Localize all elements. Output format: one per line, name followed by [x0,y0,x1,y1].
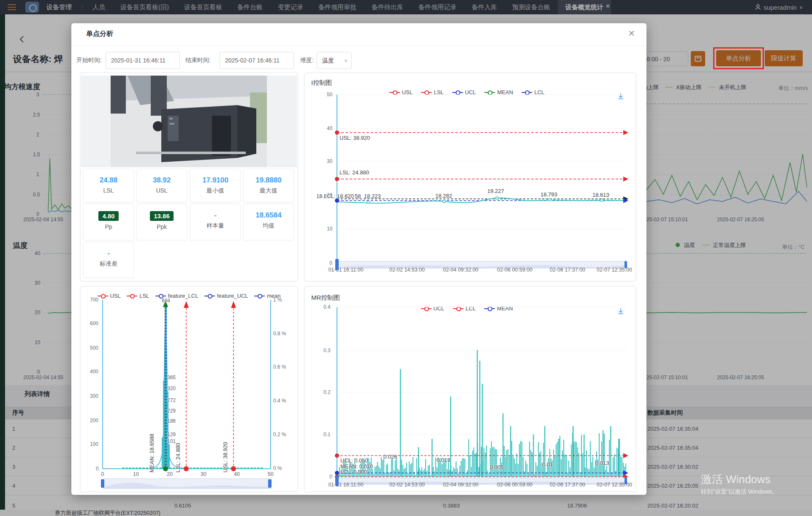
datazoom-left-handle[interactable] [335,259,339,270]
x-tick: 02-06 17:37:00 [550,267,585,273]
stat-value: - [84,249,133,258]
stat-value: 17.9100 [190,176,240,185]
x-tick: 02-06 00:59:00 [497,482,532,488]
stat-lsl: 24.88 LSL [83,169,134,202]
stat-label: Pp [84,223,133,230]
point-label: 18.223 [364,193,381,199]
point-label: 18.793 [540,191,557,198]
bar-label: 229 [167,408,176,414]
datazoom-right-handle[interactable] [625,261,627,268]
equipment-image [111,76,267,167]
x-tick: 30 [201,471,206,477]
x-tick: 01-31 16:11:00 [328,482,363,488]
datazoom-slider[interactable] [103,478,271,489]
stat-usl: 38.92 USL [136,169,187,202]
stat-min: 17.9100 最小值 [190,169,241,202]
end-time-input[interactable]: 2025-02-07 16:46:11 [220,52,294,69]
x-tick: 10 [133,471,139,477]
point-label: 0.019 [437,457,451,463]
bar-label: 272 [167,397,176,403]
point-label: 18.282 [435,193,452,199]
stat-label: 均值 [244,222,293,230]
i-control-chart-card: I控制图 USL LSL UCL MEAN LCL 50 40 30 20 10… [304,73,636,281]
stat-ppk: 13.86 Ppk [136,204,187,240]
datazoom-left-handle[interactable] [101,479,104,488]
stat-value: 18.6584 [244,211,293,220]
point-label: 0.013 [595,460,609,466]
histogram-plot [81,287,298,492]
cluster-label: LCL: 18.620 [324,193,354,199]
stat-badge-value: 13.86 [150,211,174,221]
stat-label: 标准差 [84,260,133,268]
end-time-label: 结束时间: [185,57,211,64]
modal-close-icon[interactable]: ✕ [628,28,635,38]
ucl-line-label: UCL: 0.050 [340,457,368,464]
datazoom-right-handle[interactable] [268,479,272,488]
point-label: 18.613 [592,192,609,198]
stat-value: 38.92 [137,176,187,185]
datazoom-preview [103,479,271,489]
select-caret-icon: ∨ [344,52,348,68]
bar-label: 684 [162,298,170,304]
stat-sample: - 样本量 [190,204,241,240]
stat-badge-value: 4.80 [98,211,118,221]
stat-value: - [190,211,240,220]
mean-line-label: MEAN: 18.6588 [149,434,155,473]
lsl-line-label: LSL: 24.880 [339,169,369,176]
dimension-label: 维度: [300,57,314,64]
x-tick: 02-06 17:37:00 [550,482,585,488]
stat-label: Ppk [137,223,187,230]
stats-card: 24.88 LSL 38.92 USL 17.9100 最小值 19.8880 … [80,73,298,281]
stat-label: USL [137,187,187,194]
start-time-input[interactable]: 2025-01-31 16:46:11 [106,52,180,69]
modal-title: 单点分析 [86,30,113,38]
histogram-card: USL LSL feature_LCL feature_UCL mean 700… [80,286,298,492]
x-tick: 0 [101,471,104,477]
modal-header-divider [71,46,646,46]
x-tick: 40 [234,471,240,477]
highlight-annotation-box [713,47,764,69]
lcl-line-label: LCL: 0.000 [340,469,367,475]
mr-control-chart-card: MR控制图 UCL LCL MEAN 0.4 0.3 0.2 0.1 0 [304,286,636,492]
point-label: 0.026 [383,454,397,460]
datazoom-left-handle[interactable] [335,476,339,486]
windows-activation-watermark: 激活 Windows [701,472,771,487]
windows-activation-watermark-line2: 转到"设置"以激活 Windows。 [701,488,778,496]
x-tick: 20 [167,471,173,477]
single-point-analysis-modal: 单点分析 ✕ 开始时间: 2025-01-31 16:46:11 结束时间: 2… [71,23,646,495]
datazoom-right-handle[interactable] [625,478,627,484]
start-time-label: 开始时间: [76,57,102,64]
bar-label: 365 [167,375,176,380]
x-tick: 02-04 09:32:00 [443,482,478,488]
dimension-select[interactable]: 温度 ∨ [317,52,352,69]
stat-label: 样本量 [190,222,240,230]
stat-value: 19.8880 [244,176,293,185]
x-tick: 02-02 14:53:00 [389,482,425,488]
dimension-value: 温度 [322,57,334,64]
point-label: 0.01 [542,461,553,467]
point-label: 0.005 [490,464,504,470]
app-window: 设备管理 人员 设备首页看板(旧) 设备首页看板 备件台账 变更记录 备件领用审… [0,0,812,516]
usl-line-label: USL: 38.920 [339,135,370,141]
x-tick: 50 [268,471,274,477]
equipment-image-strip [81,76,297,167]
i-chart-plot [305,73,636,282]
stat-mean: 18.6584 均值 [243,204,294,240]
bar-label: 129 [167,432,176,437]
stat-label: LSL [84,187,133,194]
stat-pp: 4.80 Pp [83,204,134,240]
x-tick: 02-02 14:53:00 [389,267,425,273]
x-tick: 02-06 00:59:00 [497,267,532,273]
bar-label: 186 [167,418,176,424]
point-label: 19.227 [487,188,504,194]
stat-value: 24.88 [84,176,133,185]
lsl-line-label: LSL: 24.880 [175,443,181,473]
stat-label: 最小值 [190,187,240,195]
stat-label: 最大值 [244,187,293,195]
usl-line-label: USL: 38.920 [222,442,228,473]
cluster-label: 58 [355,193,361,199]
x-tick: 01-31 16:11:00 [328,267,363,273]
stat-std: - 标准差 [83,242,134,278]
bar-label: 320 [167,386,176,391]
stat-max: 19.8880 最大值 [243,169,294,202]
